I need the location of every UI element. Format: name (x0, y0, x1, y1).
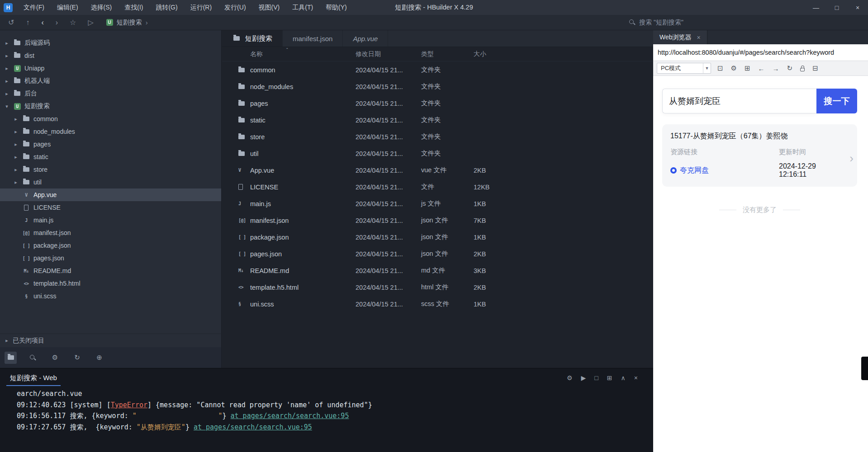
file-row-store[interactable]: store2024/04/15 21...文件夹 (222, 128, 653, 145)
file-row-package.json[interactable]: [ ]package.json2024/04/15 21...json 文件1K… (222, 229, 653, 245)
file-row-static[interactable]: static2024/04/15 21...文件夹 (222, 112, 653, 128)
chevron-right-icon[interactable]: ▸ (4, 78, 10, 84)
breadcrumb-project[interactable]: 短剧搜索 (117, 19, 142, 27)
file-row-template.h5.html[interactable]: <>template.h5.html2024/04/15 21...html 文… (222, 279, 653, 296)
tree-item-LICENSE[interactable]: LICENSE (0, 201, 221, 214)
maximize-icon[interactable]: □ (826, 0, 847, 15)
reload-icon[interactable]: ↻ (787, 64, 793, 72)
tree-item-短剧搜索[interactable]: ▾U短剧搜索 (0, 100, 221, 113)
console-tab[interactable]: 短剧搜索 - Web (6, 369, 61, 387)
menu-item[interactable]: 运行(R) (184, 0, 218, 15)
lock-icon[interactable] (800, 66, 805, 71)
arrow-right-icon[interactable]: → (773, 65, 779, 72)
page-search-input[interactable]: 从赘婿到宠臣 (662, 89, 816, 113)
tree-item-Uniapp[interactable]: ▸UUniapp (0, 62, 221, 75)
menu-item[interactable]: 查找(I) (118, 0, 149, 15)
column-header-修改日期[interactable]: 修改日期 (356, 50, 421, 58)
fit-icon[interactable]: ⊡ (717, 64, 723, 72)
sync-icon[interactable]: ↻ (71, 352, 83, 364)
devtools-icon[interactable]: ⊞ (745, 64, 750, 72)
menu-item[interactable]: 帮助(Y) (319, 0, 353, 15)
stop-icon[interactable]: □ (594, 374, 598, 381)
chevron-right-icon[interactable]: ▸ (13, 154, 19, 160)
gear-icon[interactable]: ⚙ (731, 64, 737, 72)
page-search-button[interactable]: 搜一下 (816, 89, 857, 113)
chevron-right-icon[interactable]: ▸ (13, 167, 19, 173)
file-row-App.vue[interactable]: VApp.vue2024/04/15 21...vue 文件2KB (222, 162, 653, 179)
tree-item-common[interactable]: ▸common (0, 113, 221, 125)
chevron-right-icon[interactable]: ▸ (13, 129, 19, 135)
console-error-link[interactable]: TypeError (111, 401, 147, 409)
tree-item-dist[interactable]: ▸dist (0, 49, 221, 62)
column-header-名称[interactable]: 名称 (250, 50, 356, 58)
tree-item-机器人端[interactable]: ▸机器人端 (0, 75, 221, 87)
web-icon[interactable]: ⊕ (93, 352, 105, 364)
menu-item[interactable]: 跳转(G) (149, 0, 184, 15)
tree-item-App.vue[interactable]: VApp.vue (0, 188, 221, 201)
tree-item-pages[interactable]: ▸pages (0, 138, 221, 151)
tree-item-后台[interactable]: ▸后台 (0, 87, 221, 100)
forward-icon[interactable]: › (56, 19, 58, 27)
column-header-大小[interactable]: 大小 (474, 50, 514, 58)
close-panel-icon[interactable]: × (634, 374, 638, 381)
menu-item[interactable]: 视图(V) (252, 0, 286, 15)
tree-item-pages.json[interactable]: [ ]pages.json (0, 252, 221, 264)
tab-短剧搜索[interactable]: 短剧搜索 (222, 30, 283, 47)
chevron-right-icon[interactable]: ▸ (4, 91, 10, 97)
source-link[interactable]: 夸克网盘 (670, 166, 779, 175)
console-source-link[interactable]: at pages/search/search.vue:95 (231, 412, 349, 420)
star-icon[interactable]: ☆ (70, 18, 76, 27)
toolbar-search[interactable]: 搜索 "短剧搜索" (629, 19, 683, 27)
tree-item-store[interactable]: ▸store (0, 163, 221, 176)
tree-item-README.md[interactable]: M↓README.md (0, 264, 221, 277)
sort-ascending-icon[interactable]: ˆ (286, 47, 288, 53)
tab-manifest.json[interactable]: manifest.json (283, 30, 343, 47)
collapse-icon[interactable]: ∧ (621, 374, 626, 381)
plugins-icon[interactable]: ⚙ (49, 352, 61, 364)
tree-item-后端源码[interactable]: ▸后端源码 (0, 37, 221, 49)
run-icon[interactable]: ▷ (88, 18, 93, 27)
file-row-pages[interactable]: pages2024/04/15 21...文件夹 (222, 95, 653, 112)
column-header-类型[interactable]: 类型 (421, 50, 474, 58)
chevron-right-icon[interactable]: ▸ (4, 53, 10, 59)
side-log-badge[interactable] (861, 357, 868, 380)
tree-item-uni.scss[interactable]: §uni.scss (0, 290, 221, 302)
tab-App.vue[interactable]: App.vue (343, 30, 388, 47)
back-icon[interactable]: ‹ (41, 19, 43, 27)
tree-item-template.h5.html[interactable]: <>template.h5.html (0, 277, 221, 290)
tree-item-node_modules[interactable]: ▸node_modules (0, 125, 221, 138)
menu-item[interactable]: 编辑(E) (51, 0, 85, 15)
menu-item[interactable]: 工具(T) (286, 0, 319, 15)
minimize-icon[interactable]: — (806, 0, 826, 15)
file-row-pages.json[interactable]: [ ]pages.json2024/04/15 21...json 文件2KB (222, 245, 653, 262)
file-row-main.js[interactable]: Jmain.js2024/04/15 21...js 文件1KB (222, 195, 653, 212)
file-row-node_modules[interactable]: node_modules2024/04/15 21...文件夹 (222, 78, 653, 95)
closed-projects-row[interactable]: ▸ 已关闭项目 (0, 334, 221, 347)
grid-icon[interactable]: ⊟ (812, 64, 818, 72)
browser-tab[interactable]: Web浏览器 × (653, 30, 707, 44)
close-icon[interactable]: × (847, 0, 868, 15)
breadcrumb[interactable]: U 短剧搜索 › (106, 19, 148, 27)
up-icon[interactable]: ↑ (26, 19, 29, 27)
file-row-uni.scss[interactable]: §uni.scss2024/04/15 21...scss 文件1KB (222, 296, 653, 312)
menu-item[interactable]: 选择(S) (85, 0, 119, 15)
file-row-manifest.json[interactable]: [@]manifest.json2024/04/15 21...json 文件7… (222, 212, 653, 229)
tree-item-package.json[interactable]: [ ]package.json (0, 239, 221, 252)
result-card[interactable]: 15177-从赘婿到宠臣（67集）姜熙饶 资源链接 更新时间 夸克网盘 2024… (662, 124, 857, 187)
chevron-right-icon[interactable]: ▸ (4, 66, 10, 71)
projects-icon[interactable] (5, 352, 17, 364)
tree-item-manifest.json[interactable]: [@]manifest.json (0, 226, 221, 239)
menu-item[interactable]: 文件(F) (17, 0, 51, 15)
file-row-LICENSE[interactable]: LICENSE2024/04/15 21...文件12KB (222, 179, 653, 195)
tree-item-main.js[interactable]: Jmain.js (0, 214, 221, 226)
chevron-right-icon[interactable]: ▸ (13, 179, 19, 185)
file-row-README.md[interactable]: M↓README.md2024/04/15 21...md 文件3KB (222, 262, 653, 279)
tree-item-util[interactable]: ▸util (0, 176, 221, 188)
debug-icon[interactable]: ⚙ (567, 374, 573, 381)
tree-item-static[interactable]: ▸static (0, 151, 221, 163)
close-icon[interactable]: × (697, 34, 701, 41)
arrow-left-icon[interactable]: ← (758, 65, 765, 72)
chevron-right-icon[interactable]: ▸ (4, 40, 10, 46)
capture-icon[interactable]: ⊞ (607, 374, 612, 381)
refresh-icon[interactable]: ↺ (8, 18, 14, 27)
